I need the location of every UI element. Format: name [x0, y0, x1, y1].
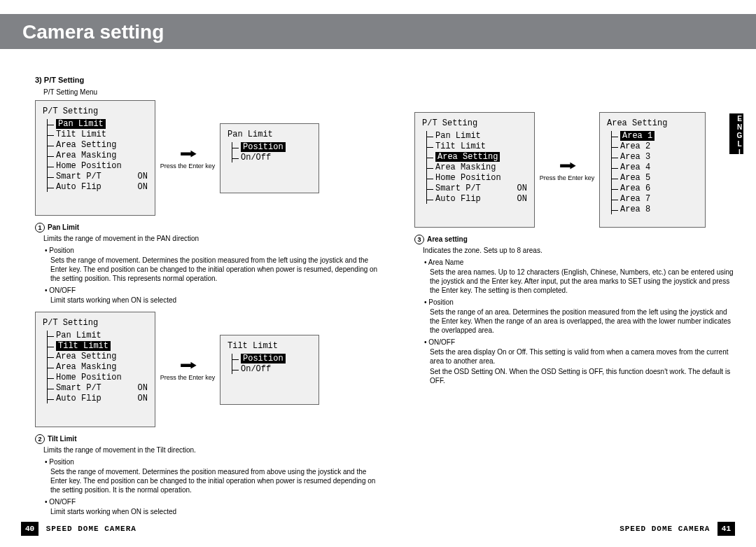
- area-8: Area 8: [612, 205, 698, 214]
- item-pan-limit: Pan Limit: [48, 119, 148, 129]
- circle-2-icon: 2: [35, 434, 45, 444]
- page-number-left: 40: [21, 522, 38, 536]
- menu-title: P/T Setting: [43, 106, 148, 116]
- item-pan-limit: Pan Limit: [427, 131, 527, 141]
- item-area-setting: Area Setting: [48, 352, 148, 361]
- pt-menu-list: Pan Limit Tilt Limit Area Setting Area M…: [47, 119, 148, 192]
- item-onoff: On/Off: [232, 153, 312, 162]
- title-bar: Camera setting: [0, 14, 756, 49]
- area-7: Area 7: [612, 194, 698, 204]
- item1-b2d: Limit starts working when ON is selected: [50, 296, 378, 305]
- tilt-limit-menu: Tilt Limit Position On/Off: [220, 335, 319, 405]
- area-6: Area 6: [612, 184, 698, 193]
- item-tilt-limit: Tilt Limit: [48, 130, 148, 139]
- page-title: Camera setting: [0, 14, 756, 43]
- item1-b1: Position: [45, 247, 378, 254]
- pan-limit-menu: Pan Limit Position On/Off: [220, 123, 319, 193]
- item-position: Position: [232, 142, 312, 152]
- row-area-setting: P/T Setting Pan Limit Tilt Limit Area Se…: [414, 112, 736, 228]
- pan-limit-list: Position On/Off: [232, 142, 312, 162]
- footer-text-right: SPEED DOME CAMERA: [615, 525, 714, 533]
- arrow-label: Press the Enter key: [160, 163, 216, 169]
- arrow-label: Press the Enter key: [539, 175, 595, 181]
- item-area-masking: Area Masking: [427, 162, 527, 172]
- item-auto-flip: Auto FlipON: [48, 394, 148, 403]
- pt-menu-pan: P/T Setting Pan Limit Tilt Limit Area Se…: [35, 100, 155, 216]
- row-tilt-limit: P/T Setting Pan Limit Tilt Limit Area Se…: [35, 312, 378, 427]
- circle-1-icon: 1: [35, 223, 45, 233]
- menu-title: Area Setting: [607, 118, 698, 128]
- item1-heading: 1Pan Limit: [35, 223, 378, 233]
- item3-desc: Indicates the zone. Sets up to 8 areas.: [423, 246, 736, 255]
- pt-menu-list: Pan Limit Tilt Limit Area Setting Area M…: [426, 131, 527, 204]
- item-auto-flip: Auto FlipON: [48, 182, 148, 192]
- area-4: Area 4: [612, 162, 698, 172]
- arrow-right: ➡ Press the Enter key: [155, 146, 220, 169]
- item2-b1d: Sets the range of movement. Determines t…: [50, 467, 378, 494]
- item1-desc: Limits the range of movement in the PAN …: [43, 234, 378, 243]
- item3-b2d: Sets the range of an area. Determines th…: [430, 307, 736, 335]
- arrow-right: ➡ Press the Enter key: [535, 158, 599, 181]
- item3-b3: ON/OFF: [424, 338, 736, 346]
- area-2: Area 2: [612, 141, 698, 151]
- item-smart-pt: Smart P/TON: [48, 383, 148, 393]
- arrow-right-icon: ➡: [180, 361, 196, 370]
- item2-desc: Limits the range of movement in the Tilt…: [43, 445, 378, 455]
- section-heading: 3) P/T Setting: [35, 76, 378, 84]
- row-pan-limit: P/T Setting Pan Limit Tilt Limit Area Se…: [35, 100, 378, 216]
- item-onoff: On/Off: [232, 364, 312, 374]
- arrow-right-icon: ➡: [559, 161, 575, 170]
- item-auto-flip: Auto FlipON: [427, 194, 527, 204]
- item-tilt-limit: Tilt Limit: [48, 341, 148, 351]
- footer-right: SPEED DOME CAMERA 41: [615, 522, 735, 536]
- menu-label: P/T Setting Menu: [43, 88, 378, 96]
- menu-title: P/T Setting: [422, 118, 527, 128]
- item2-b2d: Limit starts working when ON is selected: [50, 507, 378, 516]
- area-1: Area 1: [612, 131, 698, 141]
- menu-title: Tilt Limit: [227, 341, 312, 351]
- right-column: P/T Setting Pan Limit Tilt Limit Area Se…: [414, 63, 736, 387]
- item-tilt-limit: Tilt Limit: [427, 141, 527, 151]
- left-column: 3) P/T Setting P/T Setting Menu P/T Sett…: [35, 63, 378, 518]
- item1-b2: ON/OFF: [45, 286, 378, 294]
- area-setting-menu: Area Setting Area 1 Area 2 Area 3 Area 4…: [599, 112, 706, 228]
- item-area-setting: Area Setting: [48, 140, 148, 150]
- area-5: Area 5: [612, 173, 698, 183]
- arrow-right: ➡ Press the Enter key: [155, 358, 220, 381]
- item2-b1: Position: [45, 458, 378, 466]
- item3-b1d: Sets the area names. Up to 12 characters…: [430, 268, 736, 295]
- area-3: Area 3: [612, 152, 698, 162]
- arrow-right-icon: ➡: [180, 149, 196, 158]
- item-position: Position: [232, 354, 312, 363]
- menu-title: P/T Setting: [43, 318, 148, 328]
- item-area-masking: Area Masking: [48, 362, 148, 372]
- item-area-masking: Area Masking: [48, 151, 148, 160]
- arrow-label: Press the Enter key: [160, 375, 216, 381]
- circle-3-icon: 3: [414, 235, 424, 244]
- item-home-position: Home Position: [48, 161, 148, 171]
- item3-heading: 3Area setting: [414, 235, 736, 244]
- pt-menu-tilt: P/T Setting Pan Limit Tilt Limit Area Se…: [35, 312, 155, 427]
- item3-b2: Position: [424, 298, 736, 306]
- item-home-position: Home Position: [48, 373, 148, 382]
- footer-left: 40 SPEED DOME CAMERA: [21, 522, 141, 536]
- item3-b3d2: Set the OSD Setting ON. When the OSD Set…: [430, 367, 736, 385]
- area-list: Area 1 Area 2 Area 3 Area 4 Area 5 Area …: [611, 131, 698, 214]
- item1-b1d: Sets the range of movement. Determines t…: [50, 256, 378, 283]
- footer-text-left: SPEED DOME CAMERA: [42, 525, 141, 533]
- pt-menu-list: Pan Limit Tilt Limit Area Setting Area M…: [47, 331, 148, 403]
- item2-b2: ON/OFF: [45, 498, 378, 506]
- item3-b3d: Sets the area display On or Off. This se…: [430, 347, 736, 366]
- item-home-position: Home Position: [427, 173, 527, 183]
- item-pan-limit: Pan Limit: [48, 331, 148, 340]
- pt-menu-area: P/T Setting Pan Limit Tilt Limit Area Se…: [414, 112, 535, 228]
- item-smart-pt: Smart P/TON: [48, 172, 148, 181]
- item3-b1: Area Name: [424, 258, 736, 266]
- item2-heading: 2Tilt Limit: [35, 434, 378, 444]
- page-number-right: 41: [718, 522, 735, 536]
- item-smart-pt: Smart P/TON: [427, 184, 527, 193]
- item-area-setting: Area Setting: [427, 152, 527, 162]
- menu-title: Pan Limit: [227, 130, 312, 139]
- tilt-limit-list: Position On/Off: [232, 354, 312, 374]
